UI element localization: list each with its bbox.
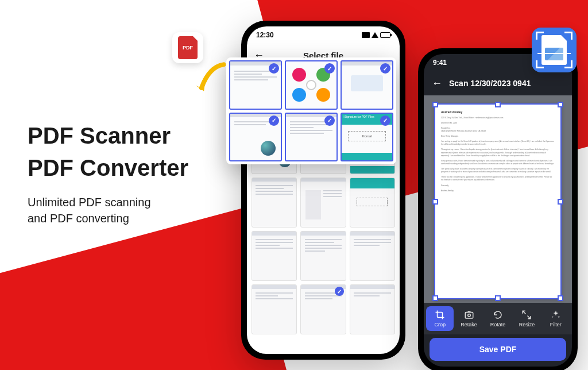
filter-icon xyxy=(551,310,561,320)
scan-header: ← Scan 12/30/2023 0941 xyxy=(424,71,572,95)
resize-button[interactable]: Resize xyxy=(513,306,540,331)
selected-files-overlay: ✓ ✓ ✓ ✓ ✓ I Signature for PDF FilesKomal… xyxy=(226,57,396,164)
status-time: 9:41 xyxy=(433,59,447,67)
crop-button[interactable]: Crop xyxy=(426,306,454,331)
selected-check-icon: ✓ xyxy=(269,115,279,126)
file-thumb[interactable] xyxy=(252,284,297,334)
file-thumb[interactable] xyxy=(300,178,346,228)
selected-check-icon: ✓ xyxy=(380,115,390,126)
app-icon xyxy=(532,28,577,72)
status-time: 12:30 xyxy=(256,31,274,39)
svg-point-1 xyxy=(467,314,470,317)
marketing-text: PDF Scanner PDF Converter Unlimited PDF … xyxy=(28,121,188,226)
filter-button[interactable]: Filter xyxy=(542,306,570,331)
file-thumb[interactable] xyxy=(252,178,297,228)
retake-button[interactable]: Retake xyxy=(455,306,482,331)
svg-rect-0 xyxy=(465,313,473,319)
file-thumb[interactable] xyxy=(350,231,395,281)
pdf-label: PDF xyxy=(183,45,193,51)
rotate-button[interactable]: Rotate xyxy=(484,306,512,331)
sub-line-2: and PDF converting xyxy=(28,212,129,225)
selected-check-icon: ✓ xyxy=(269,63,279,74)
file-thumb[interactable]: ✓ xyxy=(300,284,346,334)
subhead: Unlimited PDF scanning and PDF convertin… xyxy=(28,194,188,226)
pdf-badge: PDF xyxy=(172,32,203,63)
edit-toolbar: Crop Retake Rotate Resize Filter xyxy=(424,303,572,334)
status-bar: 12:30 xyxy=(247,26,400,44)
battery-icon xyxy=(380,32,390,38)
file-thumb[interactable] xyxy=(252,231,297,281)
save-pdf-button[interactable]: Save PDF xyxy=(430,338,566,361)
pdf-file-icon: PDF xyxy=(178,36,198,59)
file-thumb[interactable]: ✓ xyxy=(341,60,393,110)
scan-title: Scan 12/30/2023 0941 xyxy=(449,79,531,88)
headline-1: PDF Scanner xyxy=(28,121,188,151)
file-thumb[interactable]: ✓ xyxy=(229,60,282,110)
rotate-icon xyxy=(493,310,503,320)
file-thumb[interactable]: ✓ xyxy=(285,60,338,110)
phone-scan-edit: 9:41 ← Scan 12/30/2023 0941 Andrew Ainsl… xyxy=(418,48,578,370)
file-thumb[interactable]: ✓ xyxy=(229,113,282,162)
doc-sender: Andrew Ainsley xyxy=(441,110,555,115)
selected-check-icon: ✓ xyxy=(380,63,390,74)
document-icon xyxy=(541,35,567,65)
file-thumb[interactable] xyxy=(300,231,346,281)
resize-icon xyxy=(521,310,532,320)
selected-check-icon: ✓ xyxy=(324,115,335,126)
retake-icon xyxy=(464,310,474,320)
selected-check-icon: ✓ xyxy=(324,63,335,74)
back-arrow-icon[interactable]: ← xyxy=(432,78,442,90)
headline-2: PDF Converter xyxy=(28,153,188,183)
file-thumb[interactable] xyxy=(350,284,395,334)
signal-icon xyxy=(362,32,370,38)
image-icon xyxy=(545,48,563,60)
scan-line-icon xyxy=(537,53,571,54)
file-thumb[interactable]: I Signature for PDF FilesKomal✓ xyxy=(341,113,393,162)
sub-line-1: Unlimited PDF scanning xyxy=(28,196,151,209)
wifi-icon xyxy=(372,32,378,38)
thumb-selected-icon: ✓ xyxy=(335,287,344,296)
scan-preview[interactable]: Andrew Ainsley 507 W. Gray St, New York,… xyxy=(424,95,572,303)
scanned-document: Andrew Ainsley 507 W. Gray St, New York,… xyxy=(434,103,562,299)
file-thumb[interactable]: ✓ xyxy=(285,113,338,162)
crop-icon xyxy=(435,310,445,320)
file-thumb[interactable] xyxy=(350,178,395,228)
